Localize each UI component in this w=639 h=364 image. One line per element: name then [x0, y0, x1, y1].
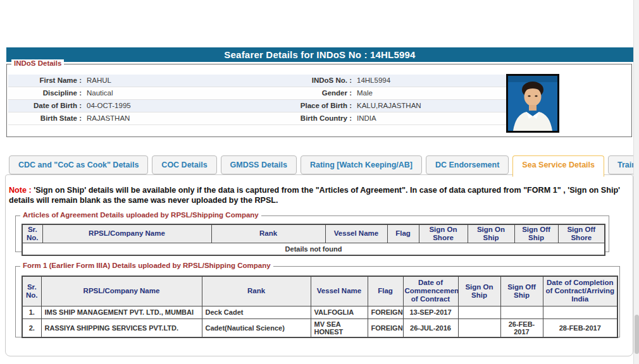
form1-details-table: Sr. No.RPSL/Company NameRankVessel NameF…	[22, 276, 618, 338]
table-cell	[543, 306, 617, 318]
table-row: 1.IMS SHIP MANAGEMENT PVT. LTD., MUMBAID…	[22, 306, 617, 318]
seafarer-details-page: Seafarer Details for INDoS No : 14HL5994…	[0, 0, 639, 364]
column-header: Rank	[202, 276, 311, 306]
tab-rating-watch-keeping-ab[interactable]: Rating [Watch Keeping/AB]	[301, 155, 422, 174]
table-cell: 2.	[22, 318, 41, 337]
table-cell: 1.	[22, 306, 41, 318]
field-label: Gender :	[294, 87, 352, 99]
field-value: 04-OCT-1995	[82, 100, 294, 112]
tab-cdc-and-coc-as-cook-details[interactable]: CDC and "CoC as Cook" Details	[9, 155, 148, 174]
field-value: Male	[352, 87, 510, 99]
column-header: Sr. No.	[22, 224, 42, 243]
field-value: KALU,RAJASTHAN	[352, 100, 510, 112]
table-cell	[500, 306, 543, 318]
detail-row: Discipline :NauticalGender :Male	[8, 87, 510, 100]
tab-gmdss-details[interactable]: GMDSS Details	[221, 155, 297, 174]
column-header: Sr. No.	[22, 276, 41, 306]
scrollbar-thumb[interactable]	[635, 315, 639, 354]
table-cell: Deck Cadet	[202, 306, 311, 318]
table-row: Details not found	[22, 243, 605, 255]
field-value: INDIA	[352, 112, 510, 124]
tab-sea-service-details[interactable]: Sea Service Details	[512, 155, 604, 177]
table-cell	[458, 318, 500, 337]
column-header: Date of Completion of Contract/Arriving …	[543, 276, 617, 306]
table-cell: 13-SEP-2017	[403, 306, 458, 318]
table-cell: IMS SHIP MANAGEMENT PVT. LTD., MUMBAI	[41, 306, 202, 318]
field-value: 14HL5994	[352, 75, 510, 87]
table-cell: RASSIYA SHIPPING SERVICES PVT.LTD.	[41, 318, 202, 337]
table-cell: 26-JUL-2016	[403, 318, 458, 337]
field-label: INDoS No. :	[294, 75, 352, 87]
field-label: First Name :	[8, 75, 82, 87]
table-cell: 28-FEB-2017	[543, 318, 617, 337]
table-cell: MV SEA HONEST	[311, 318, 368, 337]
articles-of-agreement-table: Sr. No.RPSL/Company NameRankVessel NameF…	[22, 224, 605, 256]
column-header: Sign On Ship	[458, 276, 500, 306]
seafarer-photo	[506, 74, 559, 133]
table-header-row: Sr. No.RPSL/Company NameRankVessel NameF…	[22, 276, 617, 306]
detail-row: First Name :RAHULINDoS No. :14HL5994	[8, 75, 510, 87]
note-body: 'Sign on Ship' details will be available…	[9, 186, 620, 205]
note-text: Note : 'Sign on Ship' details will be av…	[9, 186, 624, 206]
vertical-scrollbar[interactable]	[633, 0, 639, 364]
articles-of-agreement-fieldset: Articles of Agreement Details uploaded b…	[15, 215, 609, 252]
seafarer-photo-image	[508, 76, 557, 131]
table-cell: Cadet(Nautical Science)	[202, 318, 311, 337]
articles-of-agreement-legend: Articles of Agreement Details uploaded b…	[20, 211, 261, 219]
field-label: Birth Country :	[294, 112, 352, 124]
field-label: Birth State :	[8, 112, 82, 124]
column-header: Sign Off Shore	[558, 224, 605, 243]
column-header: Date of Commencement of Contract	[403, 276, 458, 306]
page-title: Seafarer Details for INDoS No : 14HL5994	[6, 47, 633, 62]
column-header: Sign Off Ship	[514, 224, 558, 243]
column-header: RPSL/Company Name	[42, 224, 211, 243]
field-value: Nautical	[82, 87, 294, 99]
tab-dc-endorsement[interactable]: DC Endorsement	[426, 155, 509, 174]
indos-details-legend: INDoS Details	[11, 59, 64, 67]
column-header: RPSL/Company Name	[41, 276, 202, 306]
field-value: RAHUL	[82, 75, 294, 87]
table-cell: FOREIGN	[368, 318, 403, 337]
field-label: Date of Birth :	[8, 100, 82, 112]
table-header-row: Sr. No.RPSL/Company NameRankVessel NameF…	[22, 224, 605, 243]
detail-row: Date of Birth :04-OCT-1995Place of Birth…	[8, 100, 510, 112]
column-header: Flag	[387, 224, 419, 243]
column-header: Sign Off Ship	[500, 276, 543, 306]
empty-message: Details not found	[22, 243, 605, 255]
column-header: Vessel Name	[311, 276, 368, 306]
form1-details-legend: Form 1 (Earlier Form IIIA) Details uploa…	[20, 262, 273, 269]
table-row: 2.RASSIYA SHIPPING SERVICES PVT.LTD.Cade…	[22, 318, 617, 337]
table-cell: 26-FEB-2017	[500, 318, 543, 337]
indos-details-rows: First Name :RAHULINDoS No. :14HL5994Disc…	[8, 75, 510, 125]
table-cell: FOREIGN	[368, 306, 403, 318]
field-value: RAJASTHAN	[82, 112, 294, 124]
note-prefix: Note :	[9, 186, 32, 195]
column-header: Vessel Name	[325, 224, 387, 243]
field-label: Place of Birth :	[294, 100, 352, 112]
column-header: Sign On Ship	[468, 224, 514, 243]
tab-bar: CDC and "CoC as Cook" DetailsCOC Details…	[9, 155, 639, 177]
field-label: Discipline :	[8, 87, 82, 99]
table-cell	[458, 306, 500, 318]
column-header: Rank	[211, 224, 325, 243]
form1-details-fieldset: Form 1 (Earlier Form IIIA) Details uploa…	[15, 266, 620, 337]
column-header: Flag	[368, 276, 403, 306]
detail-row: Birth State :RAJASTHANBirth Country :IND…	[8, 112, 510, 125]
table-cell: VALFOGLIA	[311, 306, 368, 318]
column-header: Sign On Shore	[419, 224, 468, 243]
tab-coc-details[interactable]: COC Details	[152, 155, 216, 174]
